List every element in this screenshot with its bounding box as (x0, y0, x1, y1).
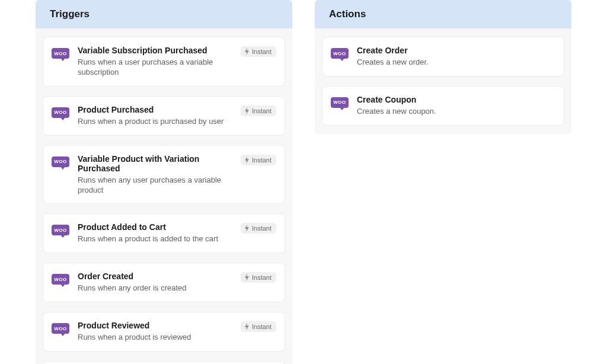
woo-icon: WOO (52, 106, 69, 120)
card-description: Runs when any user purchases a variable … (78, 175, 232, 196)
card-content: Create Coupon Creates a new coupon. (357, 95, 555, 117)
badge-label: Instant (252, 107, 271, 114)
main-container: Triggers WOO Variable Subscription Purch… (0, 0, 607, 364)
card-description: Creates a new order. (357, 58, 555, 68)
triggers-column: Triggers WOO Variable Subscription Purch… (36, 0, 292, 364)
trigger-card[interactable]: WOO Product Viewed Runs when a product i… (43, 361, 285, 364)
action-card[interactable]: WOO Create Order Creates a new order. (322, 37, 564, 76)
bolt-icon (244, 107, 250, 114)
action-card[interactable]: WOO Create Coupon Creates a new coupon. (322, 86, 564, 126)
trigger-card[interactable]: WOO Variable Subscription Purchased Runs… (43, 37, 285, 87)
woo-icon: WOO (52, 273, 69, 287)
bolt-icon (244, 323, 250, 330)
bolt-icon (244, 274, 250, 281)
actions-body: WOO Create Order Creates a new order. WO… (315, 28, 571, 134)
card-title: Variable Product with Variation Purchase… (78, 154, 232, 173)
instant-badge: Instant (241, 106, 276, 116)
actions-header: Actions (315, 0, 571, 28)
card-title: Variable Subscription Purchased (78, 46, 232, 55)
card-description: Runs when a user purchases a variable su… (78, 58, 232, 78)
card-title: Create Order (357, 46, 555, 55)
actions-column: Actions WOO Create Order Creates a new o… (315, 0, 571, 134)
instant-badge: Instant (241, 155, 276, 165)
triggers-header: Triggers (36, 0, 292, 28)
card-title: Product Purchased (78, 105, 232, 114)
instant-badge: Instant (241, 46, 276, 57)
card-content: Variable Product with Variation Purchase… (78, 154, 232, 196)
card-description: Runs when any order is created (78, 283, 232, 293)
badge-label: Instant (252, 323, 271, 330)
woo-icon: WOO (52, 155, 69, 170)
bolt-icon (244, 157, 250, 164)
trigger-card[interactable]: WOO Variable Product with Variation Purc… (43, 145, 285, 205)
card-description: Creates a new coupon. (357, 107, 555, 117)
trigger-card[interactable]: WOO Product Reviewed Runs when a product… (43, 312, 285, 352)
card-title: Create Coupon (357, 95, 555, 104)
instant-badge: Instant (241, 321, 276, 332)
badge-label: Instant (252, 48, 271, 55)
card-description: Runs when a product is reviewed (78, 333, 232, 343)
trigger-card[interactable]: WOO Product Purchased Runs when a produc… (43, 96, 285, 136)
card-content: Product Purchased Runs when a product is… (78, 105, 232, 127)
instant-badge: Instant (241, 272, 276, 283)
card-content: Variable Subscription Purchased Runs whe… (78, 46, 232, 78)
card-description: Runs when a product is purchased by user (78, 117, 232, 127)
card-description: Runs when a product is added to the cart (78, 234, 232, 244)
triggers-body: WOO Variable Subscription Purchased Runs… (36, 28, 292, 364)
woo-icon: WOO (331, 96, 349, 110)
card-title: Product Added to Cart (78, 222, 232, 232)
badge-label: Instant (252, 274, 271, 281)
bolt-icon (244, 48, 250, 55)
card-title: Order Created (78, 272, 232, 281)
trigger-card[interactable]: WOO Product Added to Cart Runs when a pr… (43, 213, 285, 253)
instant-badge: Instant (241, 223, 276, 234)
badge-label: Instant (252, 225, 271, 232)
woo-icon: WOO (52, 223, 69, 238)
woo-icon: WOO (52, 47, 69, 61)
woo-icon: WOO (331, 47, 349, 61)
card-content: Create Order Creates a new order. (357, 46, 555, 68)
trigger-card[interactable]: WOO Order Created Runs when any order is… (43, 263, 285, 302)
card-content: Product Reviewed Runs when a product is … (78, 321, 232, 343)
badge-label: Instant (252, 157, 271, 164)
bolt-icon (244, 225, 250, 232)
card-title: Product Reviewed (78, 321, 232, 330)
woo-icon: WOO (52, 322, 69, 336)
card-content: Order Created Runs when any order is cre… (78, 272, 232, 293)
card-content: Product Added to Cart Runs when a produc… (78, 222, 232, 244)
